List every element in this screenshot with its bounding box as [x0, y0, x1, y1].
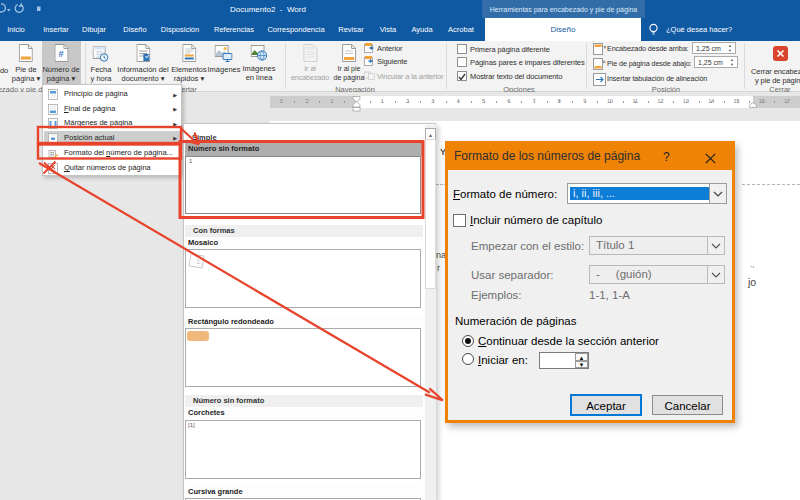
svg-text:1: 1 — [196, 257, 201, 266]
svg-text:#: # — [58, 49, 63, 59]
